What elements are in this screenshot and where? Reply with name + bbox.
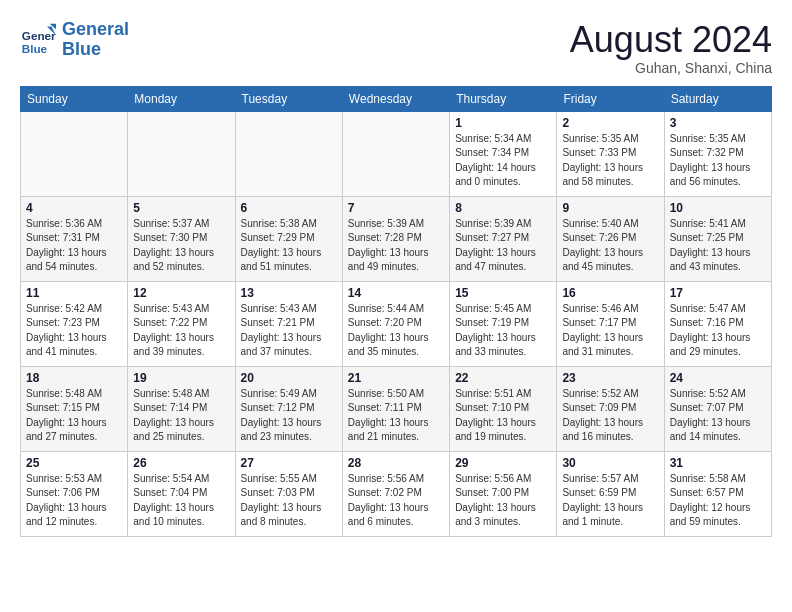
svg-text:Blue: Blue	[22, 41, 48, 54]
day-info: Sunrise: 5:52 AMSunset: 7:09 PMDaylight:…	[562, 387, 658, 445]
calendar-cell: 10Sunrise: 5:41 AMSunset: 7:25 PMDayligh…	[664, 196, 771, 281]
calendar-cell: 12Sunrise: 5:43 AMSunset: 7:22 PMDayligh…	[128, 281, 235, 366]
day-info: Sunrise: 5:47 AMSunset: 7:16 PMDaylight:…	[670, 302, 766, 360]
day-info: Sunrise: 5:41 AMSunset: 7:25 PMDaylight:…	[670, 217, 766, 275]
day-info: Sunrise: 5:43 AMSunset: 7:22 PMDaylight:…	[133, 302, 229, 360]
day-info: Sunrise: 5:57 AMSunset: 6:59 PMDaylight:…	[562, 472, 658, 530]
day-number: 5	[133, 201, 229, 215]
day-number: 9	[562, 201, 658, 215]
day-number: 30	[562, 456, 658, 470]
day-info: Sunrise: 5:58 AMSunset: 6:57 PMDaylight:…	[670, 472, 766, 530]
day-info: Sunrise: 5:39 AMSunset: 7:27 PMDaylight:…	[455, 217, 551, 275]
calendar-cell: 16Sunrise: 5:46 AMSunset: 7:17 PMDayligh…	[557, 281, 664, 366]
calendar-cell: 8Sunrise: 5:39 AMSunset: 7:27 PMDaylight…	[450, 196, 557, 281]
calendar-cell: 21Sunrise: 5:50 AMSunset: 7:11 PMDayligh…	[342, 366, 449, 451]
calendar-cell: 18Sunrise: 5:48 AMSunset: 7:15 PMDayligh…	[21, 366, 128, 451]
calendar-cell	[342, 111, 449, 196]
day-info: Sunrise: 5:43 AMSunset: 7:21 PMDaylight:…	[241, 302, 337, 360]
calendar-cell: 9Sunrise: 5:40 AMSunset: 7:26 PMDaylight…	[557, 196, 664, 281]
week-row-5: 25Sunrise: 5:53 AMSunset: 7:06 PMDayligh…	[21, 451, 772, 536]
day-info: Sunrise: 5:48 AMSunset: 7:14 PMDaylight:…	[133, 387, 229, 445]
logo-text-blue: Blue	[62, 40, 129, 60]
calendar-cell	[235, 111, 342, 196]
page-header: General Blue General Blue August 2024 Gu…	[20, 20, 772, 76]
day-info: Sunrise: 5:49 AMSunset: 7:12 PMDaylight:…	[241, 387, 337, 445]
svg-text:General: General	[22, 29, 56, 42]
day-info: Sunrise: 5:40 AMSunset: 7:26 PMDaylight:…	[562, 217, 658, 275]
calendar-cell: 7Sunrise: 5:39 AMSunset: 7:28 PMDaylight…	[342, 196, 449, 281]
day-info: Sunrise: 5:46 AMSunset: 7:17 PMDaylight:…	[562, 302, 658, 360]
day-number: 6	[241, 201, 337, 215]
calendar-cell: 27Sunrise: 5:55 AMSunset: 7:03 PMDayligh…	[235, 451, 342, 536]
day-info: Sunrise: 5:56 AMSunset: 7:02 PMDaylight:…	[348, 472, 444, 530]
calendar-cell: 23Sunrise: 5:52 AMSunset: 7:09 PMDayligh…	[557, 366, 664, 451]
calendar-cell: 28Sunrise: 5:56 AMSunset: 7:02 PMDayligh…	[342, 451, 449, 536]
calendar-cell: 14Sunrise: 5:44 AMSunset: 7:20 PMDayligh…	[342, 281, 449, 366]
calendar-cell: 2Sunrise: 5:35 AMSunset: 7:33 PMDaylight…	[557, 111, 664, 196]
month-title: August 2024	[570, 20, 772, 60]
calendar-cell: 29Sunrise: 5:56 AMSunset: 7:00 PMDayligh…	[450, 451, 557, 536]
calendar-cell: 5Sunrise: 5:37 AMSunset: 7:30 PMDaylight…	[128, 196, 235, 281]
day-number: 21	[348, 371, 444, 385]
day-number: 14	[348, 286, 444, 300]
calendar-cell: 26Sunrise: 5:54 AMSunset: 7:04 PMDayligh…	[128, 451, 235, 536]
calendar-cell: 6Sunrise: 5:38 AMSunset: 7:29 PMDaylight…	[235, 196, 342, 281]
day-info: Sunrise: 5:35 AMSunset: 7:33 PMDaylight:…	[562, 132, 658, 190]
weekday-header-friday: Friday	[557, 86, 664, 111]
day-number: 11	[26, 286, 122, 300]
weekday-header-wednesday: Wednesday	[342, 86, 449, 111]
day-number: 3	[670, 116, 766, 130]
day-info: Sunrise: 5:39 AMSunset: 7:28 PMDaylight:…	[348, 217, 444, 275]
day-number: 22	[455, 371, 551, 385]
day-number: 16	[562, 286, 658, 300]
calendar-cell: 15Sunrise: 5:45 AMSunset: 7:19 PMDayligh…	[450, 281, 557, 366]
weekday-header-sunday: Sunday	[21, 86, 128, 111]
calendar-cell: 1Sunrise: 5:34 AMSunset: 7:34 PMDaylight…	[450, 111, 557, 196]
calendar-cell: 24Sunrise: 5:52 AMSunset: 7:07 PMDayligh…	[664, 366, 771, 451]
day-number: 23	[562, 371, 658, 385]
day-info: Sunrise: 5:51 AMSunset: 7:10 PMDaylight:…	[455, 387, 551, 445]
day-number: 27	[241, 456, 337, 470]
calendar-cell	[128, 111, 235, 196]
day-info: Sunrise: 5:35 AMSunset: 7:32 PMDaylight:…	[670, 132, 766, 190]
calendar-cell: 13Sunrise: 5:43 AMSunset: 7:21 PMDayligh…	[235, 281, 342, 366]
day-info: Sunrise: 5:52 AMSunset: 7:07 PMDaylight:…	[670, 387, 766, 445]
day-info: Sunrise: 5:56 AMSunset: 7:00 PMDaylight:…	[455, 472, 551, 530]
day-info: Sunrise: 5:34 AMSunset: 7:34 PMDaylight:…	[455, 132, 551, 190]
week-row-2: 4Sunrise: 5:36 AMSunset: 7:31 PMDaylight…	[21, 196, 772, 281]
calendar-cell	[21, 111, 128, 196]
day-info: Sunrise: 5:45 AMSunset: 7:19 PMDaylight:…	[455, 302, 551, 360]
day-number: 24	[670, 371, 766, 385]
day-number: 29	[455, 456, 551, 470]
day-number: 28	[348, 456, 444, 470]
weekday-header-row: SundayMondayTuesdayWednesdayThursdayFrid…	[21, 86, 772, 111]
day-info: Sunrise: 5:36 AMSunset: 7:31 PMDaylight:…	[26, 217, 122, 275]
day-number: 8	[455, 201, 551, 215]
week-row-3: 11Sunrise: 5:42 AMSunset: 7:23 PMDayligh…	[21, 281, 772, 366]
day-number: 17	[670, 286, 766, 300]
day-number: 12	[133, 286, 229, 300]
day-info: Sunrise: 5:50 AMSunset: 7:11 PMDaylight:…	[348, 387, 444, 445]
day-number: 18	[26, 371, 122, 385]
calendar-cell: 22Sunrise: 5:51 AMSunset: 7:10 PMDayligh…	[450, 366, 557, 451]
day-info: Sunrise: 5:37 AMSunset: 7:30 PMDaylight:…	[133, 217, 229, 275]
calendar-cell: 20Sunrise: 5:49 AMSunset: 7:12 PMDayligh…	[235, 366, 342, 451]
day-number: 7	[348, 201, 444, 215]
calendar-cell: 19Sunrise: 5:48 AMSunset: 7:14 PMDayligh…	[128, 366, 235, 451]
day-number: 26	[133, 456, 229, 470]
weekday-header-monday: Monday	[128, 86, 235, 111]
day-info: Sunrise: 5:44 AMSunset: 7:20 PMDaylight:…	[348, 302, 444, 360]
calendar-cell: 31Sunrise: 5:58 AMSunset: 6:57 PMDayligh…	[664, 451, 771, 536]
day-number: 2	[562, 116, 658, 130]
day-number: 10	[670, 201, 766, 215]
weekday-header-saturday: Saturday	[664, 86, 771, 111]
location: Guhan, Shanxi, China	[570, 60, 772, 76]
day-info: Sunrise: 5:55 AMSunset: 7:03 PMDaylight:…	[241, 472, 337, 530]
calendar-cell: 17Sunrise: 5:47 AMSunset: 7:16 PMDayligh…	[664, 281, 771, 366]
week-row-1: 1Sunrise: 5:34 AMSunset: 7:34 PMDaylight…	[21, 111, 772, 196]
logo-icon: General Blue	[20, 22, 56, 58]
day-info: Sunrise: 5:54 AMSunset: 7:04 PMDaylight:…	[133, 472, 229, 530]
calendar-cell: 30Sunrise: 5:57 AMSunset: 6:59 PMDayligh…	[557, 451, 664, 536]
day-info: Sunrise: 5:53 AMSunset: 7:06 PMDaylight:…	[26, 472, 122, 530]
calendar-cell: 11Sunrise: 5:42 AMSunset: 7:23 PMDayligh…	[21, 281, 128, 366]
